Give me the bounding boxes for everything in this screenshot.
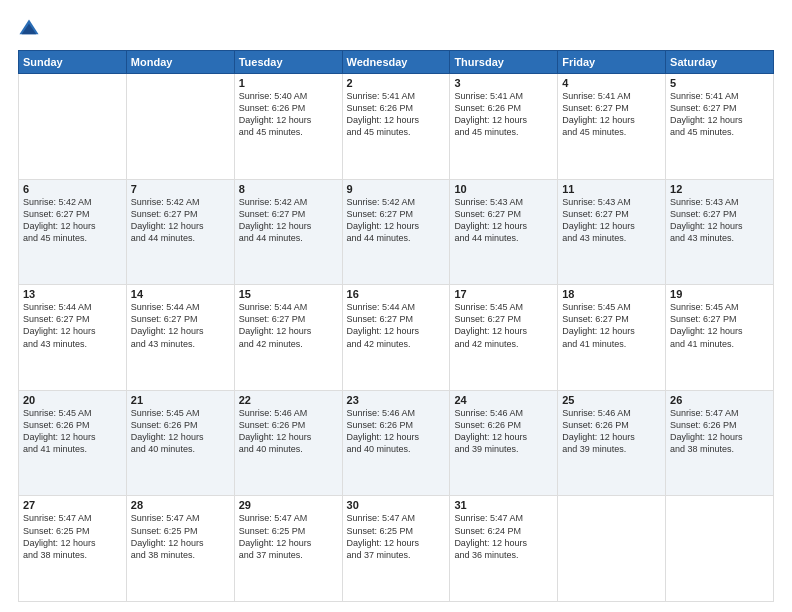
weekday-header-monday: Monday [126,51,234,74]
day-number: 29 [239,499,338,511]
calendar-table: SundayMondayTuesdayWednesdayThursdayFrid… [18,50,774,602]
day-number: 13 [23,288,122,300]
day-cell: 17Sunrise: 5:45 AM Sunset: 6:27 PM Dayli… [450,285,558,391]
day-cell: 15Sunrise: 5:44 AM Sunset: 6:27 PM Dayli… [234,285,342,391]
day-info: Sunrise: 5:45 AM Sunset: 6:27 PM Dayligh… [562,301,661,350]
day-cell [19,74,127,180]
day-cell: 13Sunrise: 5:44 AM Sunset: 6:27 PM Dayli… [19,285,127,391]
day-number: 28 [131,499,230,511]
day-cell: 27Sunrise: 5:47 AM Sunset: 6:25 PM Dayli… [19,496,127,602]
day-cell: 28Sunrise: 5:47 AM Sunset: 6:25 PM Dayli… [126,496,234,602]
day-cell: 5Sunrise: 5:41 AM Sunset: 6:27 PM Daylig… [666,74,774,180]
weekday-header-saturday: Saturday [666,51,774,74]
day-info: Sunrise: 5:45 AM Sunset: 6:26 PM Dayligh… [23,407,122,456]
day-cell: 1Sunrise: 5:40 AM Sunset: 6:26 PM Daylig… [234,74,342,180]
day-number: 20 [23,394,122,406]
week-row-2: 6Sunrise: 5:42 AM Sunset: 6:27 PM Daylig… [19,179,774,285]
day-cell: 3Sunrise: 5:41 AM Sunset: 6:26 PM Daylig… [450,74,558,180]
day-info: Sunrise: 5:42 AM Sunset: 6:27 PM Dayligh… [347,196,446,245]
day-info: Sunrise: 5:41 AM Sunset: 6:27 PM Dayligh… [670,90,769,139]
day-cell: 24Sunrise: 5:46 AM Sunset: 6:26 PM Dayli… [450,390,558,496]
day-cell: 30Sunrise: 5:47 AM Sunset: 6:25 PM Dayli… [342,496,450,602]
day-info: Sunrise: 5:43 AM Sunset: 6:27 PM Dayligh… [454,196,553,245]
day-number: 2 [347,77,446,89]
day-info: Sunrise: 5:44 AM Sunset: 6:27 PM Dayligh… [131,301,230,350]
day-number: 25 [562,394,661,406]
header [18,18,774,40]
day-cell: 6Sunrise: 5:42 AM Sunset: 6:27 PM Daylig… [19,179,127,285]
day-number: 18 [562,288,661,300]
day-number: 31 [454,499,553,511]
day-info: Sunrise: 5:44 AM Sunset: 6:27 PM Dayligh… [347,301,446,350]
day-cell [126,74,234,180]
day-number: 30 [347,499,446,511]
day-info: Sunrise: 5:46 AM Sunset: 6:26 PM Dayligh… [562,407,661,456]
day-number: 8 [239,183,338,195]
weekday-header-sunday: Sunday [19,51,127,74]
day-number: 24 [454,394,553,406]
day-info: Sunrise: 5:47 AM Sunset: 6:25 PM Dayligh… [239,512,338,561]
day-number: 4 [562,77,661,89]
day-info: Sunrise: 5:44 AM Sunset: 6:27 PM Dayligh… [239,301,338,350]
day-number: 19 [670,288,769,300]
day-info: Sunrise: 5:47 AM Sunset: 6:26 PM Dayligh… [670,407,769,456]
day-cell: 20Sunrise: 5:45 AM Sunset: 6:26 PM Dayli… [19,390,127,496]
day-number: 23 [347,394,446,406]
day-number: 16 [347,288,446,300]
day-cell: 4Sunrise: 5:41 AM Sunset: 6:27 PM Daylig… [558,74,666,180]
day-cell: 18Sunrise: 5:45 AM Sunset: 6:27 PM Dayli… [558,285,666,391]
day-number: 12 [670,183,769,195]
day-number: 9 [347,183,446,195]
week-row-4: 20Sunrise: 5:45 AM Sunset: 6:26 PM Dayli… [19,390,774,496]
day-info: Sunrise: 5:43 AM Sunset: 6:27 PM Dayligh… [562,196,661,245]
day-cell: 19Sunrise: 5:45 AM Sunset: 6:27 PM Dayli… [666,285,774,391]
weekday-header-tuesday: Tuesday [234,51,342,74]
day-cell: 21Sunrise: 5:45 AM Sunset: 6:26 PM Dayli… [126,390,234,496]
week-row-5: 27Sunrise: 5:47 AM Sunset: 6:25 PM Dayli… [19,496,774,602]
day-info: Sunrise: 5:47 AM Sunset: 6:25 PM Dayligh… [347,512,446,561]
day-number: 21 [131,394,230,406]
day-info: Sunrise: 5:45 AM Sunset: 6:27 PM Dayligh… [454,301,553,350]
day-cell: 2Sunrise: 5:41 AM Sunset: 6:26 PM Daylig… [342,74,450,180]
day-info: Sunrise: 5:47 AM Sunset: 6:25 PM Dayligh… [131,512,230,561]
day-number: 3 [454,77,553,89]
day-number: 15 [239,288,338,300]
day-cell [666,496,774,602]
day-number: 6 [23,183,122,195]
day-cell: 22Sunrise: 5:46 AM Sunset: 6:26 PM Dayli… [234,390,342,496]
day-cell: 31Sunrise: 5:47 AM Sunset: 6:24 PM Dayli… [450,496,558,602]
week-row-1: 1Sunrise: 5:40 AM Sunset: 6:26 PM Daylig… [19,74,774,180]
day-info: Sunrise: 5:41 AM Sunset: 6:26 PM Dayligh… [347,90,446,139]
day-cell: 10Sunrise: 5:43 AM Sunset: 6:27 PM Dayli… [450,179,558,285]
day-cell: 12Sunrise: 5:43 AM Sunset: 6:27 PM Dayli… [666,179,774,285]
day-info: Sunrise: 5:43 AM Sunset: 6:27 PM Dayligh… [670,196,769,245]
day-info: Sunrise: 5:47 AM Sunset: 6:24 PM Dayligh… [454,512,553,561]
day-number: 5 [670,77,769,89]
day-number: 7 [131,183,230,195]
day-info: Sunrise: 5:46 AM Sunset: 6:26 PM Dayligh… [239,407,338,456]
weekday-header-thursday: Thursday [450,51,558,74]
generalblue-icon [18,18,40,40]
page: SundayMondayTuesdayWednesdayThursdayFrid… [0,0,792,612]
day-info: Sunrise: 5:47 AM Sunset: 6:25 PM Dayligh… [23,512,122,561]
day-number: 17 [454,288,553,300]
day-info: Sunrise: 5:42 AM Sunset: 6:27 PM Dayligh… [23,196,122,245]
day-cell: 16Sunrise: 5:44 AM Sunset: 6:27 PM Dayli… [342,285,450,391]
day-number: 1 [239,77,338,89]
day-cell: 8Sunrise: 5:42 AM Sunset: 6:27 PM Daylig… [234,179,342,285]
weekday-header-wednesday: Wednesday [342,51,450,74]
weekday-header-row: SundayMondayTuesdayWednesdayThursdayFrid… [19,51,774,74]
day-info: Sunrise: 5:46 AM Sunset: 6:26 PM Dayligh… [454,407,553,456]
day-number: 14 [131,288,230,300]
day-number: 26 [670,394,769,406]
day-info: Sunrise: 5:46 AM Sunset: 6:26 PM Dayligh… [347,407,446,456]
day-cell: 25Sunrise: 5:46 AM Sunset: 6:26 PM Dayli… [558,390,666,496]
day-cell: 11Sunrise: 5:43 AM Sunset: 6:27 PM Dayli… [558,179,666,285]
day-info: Sunrise: 5:40 AM Sunset: 6:26 PM Dayligh… [239,90,338,139]
day-info: Sunrise: 5:42 AM Sunset: 6:27 PM Dayligh… [131,196,230,245]
day-number: 11 [562,183,661,195]
day-cell: 29Sunrise: 5:47 AM Sunset: 6:25 PM Dayli… [234,496,342,602]
day-number: 22 [239,394,338,406]
day-info: Sunrise: 5:41 AM Sunset: 6:26 PM Dayligh… [454,90,553,139]
day-info: Sunrise: 5:45 AM Sunset: 6:27 PM Dayligh… [670,301,769,350]
